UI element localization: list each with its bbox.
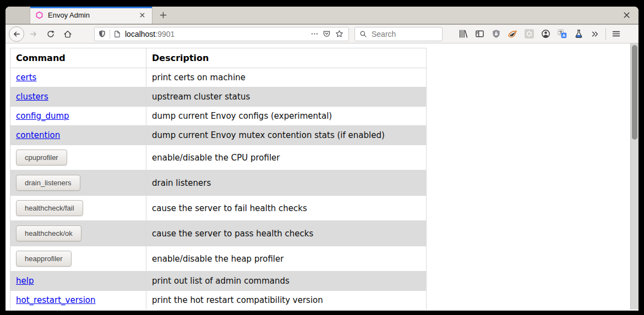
active-tab-indicator <box>30 7 152 8</box>
description-cell: enable/disable the heap profiler <box>146 246 427 272</box>
tab-envoy-admin[interactable]: Envoy Admin <box>30 7 152 24</box>
command-cell: config_dump <box>10 107 146 126</box>
description-cell: cause the server to pass health checks <box>146 221 427 246</box>
table-header-row: Command Description <box>10 48 427 68</box>
url-bar[interactable]: localhost:9901 <box>94 27 349 41</box>
description-cell: print out list of admin commands <box>146 272 427 291</box>
back-button[interactable] <box>9 26 24 42</box>
command-cell: healthcheck/ok <box>10 221 146 246</box>
tab-bar-empty-space <box>170 7 620 24</box>
description-cell: dump current Envoy mutex contention stat… <box>146 126 427 145</box>
command-button[interactable]: healthcheck/ok <box>16 225 81 241</box>
reload-button[interactable] <box>43 26 58 42</box>
page-info-icon[interactable] <box>113 30 121 38</box>
command-button[interactable]: healthcheck/fail <box>16 200 83 216</box>
search-icon <box>359 30 367 38</box>
scrollbar-thumb[interactable] <box>632 45 637 140</box>
command-cell: heapprofiler <box>10 246 146 272</box>
command-cell: help <box>10 272 146 291</box>
command-cell: healthcheck/fail <box>10 196 146 221</box>
shield-lock-extension-icon[interactable] <box>488 26 504 42</box>
home-button[interactable] <box>60 26 75 42</box>
url-text[interactable]: localhost:9901 <box>125 30 309 38</box>
url-port: :9901 <box>155 30 174 38</box>
urlbar-divider <box>110 30 110 38</box>
envoy-admin-page: Command Description certsprint certs on … <box>6 43 630 310</box>
translate-extension-icon[interactable]: A <box>554 26 570 42</box>
table-row: contentiondump current Envoy mutex conte… <box>10 126 427 145</box>
page-actions-dots-icon[interactable] <box>309 27 320 41</box>
command-table: Command Description certsprint certs on … <box>10 48 427 310</box>
command-button[interactable]: drain_listeners <box>16 175 80 191</box>
description-cell: cause the server to fail health checks <box>146 196 427 221</box>
description-column-header: Description <box>146 48 427 68</box>
command-cell: certs <box>10 68 146 87</box>
flower-extension-icon[interactable] <box>521 26 537 42</box>
command-link[interactable]: clusters <box>16 92 48 102</box>
search-placeholder: Search <box>372 30 396 38</box>
table-row: helpprint out list of admin commands <box>10 272 427 291</box>
privacy-badger-extension-icon[interactable] <box>504 26 521 42</box>
titlebar-spacer <box>6 7 30 24</box>
table-row: certsprint certs on machine <box>10 68 427 87</box>
search-input[interactable]: Search <box>354 27 443 41</box>
table-row: config_dumpdump current Envoy configs (e… <box>10 107 427 126</box>
toolbar-divider <box>605 29 606 40</box>
command-link[interactable]: config_dump <box>16 111 69 121</box>
bookmark-star-icon[interactable] <box>333 27 345 41</box>
command-cell: drain_listeners <box>10 170 146 196</box>
menu-hamburger-icon[interactable] <box>608 26 624 42</box>
svg-text:A: A <box>562 33 565 38</box>
command-column-header: Command <box>10 48 146 68</box>
command-button[interactable]: heapprofiler <box>16 251 72 267</box>
table-row: healthcheck/okcause the server to pass h… <box>10 221 427 246</box>
flask-extension-icon[interactable] <box>570 26 587 42</box>
table-row: drain_listenersdrain listeners <box>10 170 427 196</box>
overflow-chevrons-icon[interactable] <box>587 26 603 42</box>
account-icon[interactable] <box>537 26 554 42</box>
command-table-body: certsprint certs on machineclustersupstr… <box>10 68 427 310</box>
command-cell: hot_restart_version <box>10 291 146 310</box>
command-cell: cpuprofiler <box>10 145 146 170</box>
tab-close-icon[interactable] <box>135 9 149 22</box>
command-button[interactable]: cpuprofiler <box>16 150 67 165</box>
command-cell: contention <box>10 126 146 145</box>
envoy-favicon-icon <box>35 11 43 19</box>
navigation-toolbar: localhost:9901 <box>6 25 638 43</box>
forward-button[interactable] <box>26 26 41 42</box>
command-link[interactable]: certs <box>16 73 36 82</box>
description-cell: upstream cluster status <box>146 87 427 107</box>
description-cell: print the hot restart compatibility vers… <box>146 291 427 310</box>
sidebar-icon[interactable] <box>471 26 488 42</box>
command-link[interactable]: contention <box>16 130 60 140</box>
description-cell: drain listeners <box>146 170 427 196</box>
browser-window: Envoy Admin <box>6 7 638 311</box>
description-cell: dump current Envoy configs (experimental… <box>146 107 427 126</box>
table-row: heapprofilerenable/disable the heap prof… <box>10 246 427 272</box>
description-cell: enable/disable the CPU profiler <box>146 145 427 170</box>
flower-extension-tile <box>525 29 534 38</box>
pocket-icon[interactable] <box>320 27 333 41</box>
window-close-icon[interactable] <box>620 9 633 22</box>
toolbar-icon-strip: A <box>455 26 624 42</box>
tab-bar: Envoy Admin <box>6 7 638 25</box>
table-row: hot_restart_versionprint the hot restart… <box>10 291 427 310</box>
page-content: Command Description certsprint certs on … <box>6 43 638 310</box>
tracking-protection-shield-icon[interactable] <box>98 30 106 38</box>
tab-title: Envoy Admin <box>48 11 135 19</box>
command-cell: clusters <box>10 87 146 107</box>
library-icon[interactable] <box>455 26 471 42</box>
vertical-scrollbar[interactable] <box>630 43 638 310</box>
description-cell: print certs on machine <box>146 68 427 87</box>
command-link[interactable]: help <box>16 276 34 286</box>
table-row: clustersupstream cluster status <box>10 87 427 107</box>
new-tab-button[interactable] <box>156 9 170 22</box>
command-link[interactable]: hot_restart_version <box>16 295 96 305</box>
url-host: localhost <box>125 30 155 38</box>
table-row: healthcheck/failcause the server to fail… <box>10 196 427 221</box>
table-row: cpuprofilerenable/disable the CPU profil… <box>10 145 427 170</box>
